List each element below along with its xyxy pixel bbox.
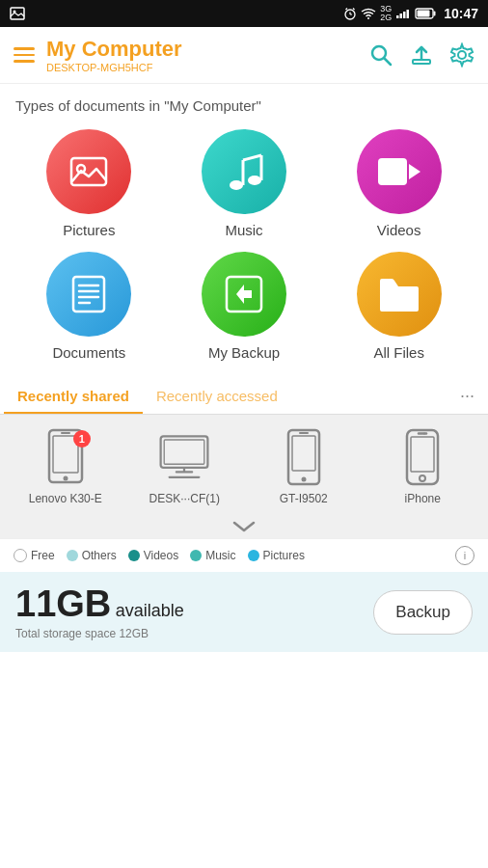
lenovo-icon-wrap: 1 [39,428,93,486]
settings-button[interactable] [449,42,474,68]
battery-icon [415,8,436,19]
svg-rect-14 [418,11,430,17]
app-header: My Computer DESKTOP-MGH5HCF [0,27,488,84]
lenovo-name: Lenovo K30-E [29,492,102,505]
svg-rect-20 [71,158,106,185]
app-title: My Computer [46,37,368,62]
tab-recently-shared[interactable]: Recently shared [4,378,143,414]
pictures-icon [68,153,110,190]
others-label: Others [82,549,117,562]
storage-bar: 11GB available Total storage space 12GB … [0,572,488,652]
tab-recently-accessed[interactable]: Recently accessed [143,378,291,414]
expand-button[interactable] [230,519,258,534]
doc-mybackup[interactable]: My Backup [171,252,318,361]
doc-allfiles[interactable]: All Files [325,252,473,361]
pictures-legend-label: Pictures [263,549,305,562]
documents-circle [46,252,131,337]
device-iphone[interactable]: iPhone [366,428,481,505]
svg-line-5 [346,9,348,11]
monitor-icon [157,431,211,484]
tabs-bar: Recently shared Recently accessed ··· [0,378,488,415]
free-label: Free [31,549,55,562]
mybackup-icon [223,273,265,315]
iphone-icon [405,428,440,486]
music-dot [190,550,202,561]
svg-point-38 [63,476,68,481]
free-dot [14,549,27,562]
backup-button[interactable]: Backup [373,590,473,635]
videos-icon [376,154,422,189]
videos-dot [128,550,140,561]
clock: 10:47 [444,6,478,21]
music-circle [202,129,286,214]
svg-point-23 [248,176,261,185]
pictures-circle [46,129,131,214]
music-label: Music [225,222,262,238]
gt-icon-wrap [277,428,331,486]
device-lenovo[interactable]: 1 Lenovo K30-E [8,428,123,505]
gt-name: GT-I9502 [280,492,328,505]
desktop-icon-wrap [157,428,211,486]
svg-point-53 [423,433,425,435]
status-bar: 3G2G 10:47 [0,0,488,27]
signal-icon [395,8,411,19]
svg-point-19 [458,51,466,59]
legend-others: Others [67,549,117,562]
svg-rect-46 [292,436,315,471]
main-content: Types of documents in "My Computer" Pict… [0,84,488,361]
pictures-dot [248,550,259,561]
svg-marker-28 [409,164,420,179]
device-gt[interactable]: GT-I9502 [246,428,362,505]
documents-label: Documents [52,344,125,361]
iphone-icon-wrap [395,428,449,486]
svg-rect-40 [161,436,208,468]
alarm-icon [343,7,357,20]
allfiles-icon [377,275,421,313]
svg-rect-13 [434,12,436,16]
videos-label: Videos [377,222,421,238]
svg-rect-9 [400,14,403,18]
svg-rect-17 [413,60,430,64]
search-button[interactable] [368,42,393,68]
mybackup-circle [202,252,286,337]
legend-free: Free [14,549,55,562]
svg-rect-50 [411,437,434,472]
image-icon [10,7,25,20]
device-desktop[interactable]: DESK···CF(1) [127,428,243,505]
legend-music: Music [190,549,235,562]
svg-marker-35 [236,285,252,304]
section-label: Types of documents in "My Computer" [15,97,473,114]
videos-legend-label: Videos [144,549,178,562]
wifi-icon [361,8,376,19]
tabs-more-button[interactable]: ··· [450,378,484,414]
storage-gb-value: 11GB [15,583,111,624]
iphone-name: iPhone [405,492,441,505]
svg-point-51 [420,475,425,481]
documents-icon [70,274,107,314]
svg-rect-45 [288,430,319,484]
hamburger-button[interactable] [14,47,35,63]
phone-slim-icon [285,428,322,486]
svg-rect-0 [11,8,24,19]
legend-videos: Videos [128,549,178,562]
allfiles-label: All Files [373,344,424,361]
svg-point-22 [230,180,243,190]
videos-circle [357,129,442,214]
svg-rect-8 [396,15,399,18]
doc-documents[interactable]: Documents [15,252,163,361]
info-button[interactable]: i [455,546,474,565]
music-legend-label: Music [205,549,235,562]
svg-line-6 [353,9,355,11]
header-actions [368,42,474,68]
doc-music[interactable]: Music [171,129,318,238]
doc-pictures[interactable]: Pictures [15,129,163,238]
svg-rect-10 [403,12,406,18]
legend-pictures: Pictures [248,549,305,562]
svg-rect-29 [73,277,104,312]
doc-videos[interactable]: Videos [325,129,473,238]
device-grid: 1 Lenovo K30-E D [8,428,480,505]
storage-text: 11GB available Total storage space 12GB [15,583,184,640]
upload-button[interactable] [409,42,434,68]
lenovo-badge: 1 [73,430,91,448]
header-title-group: My Computer DESKTOP-MGH5HCF [46,37,368,73]
